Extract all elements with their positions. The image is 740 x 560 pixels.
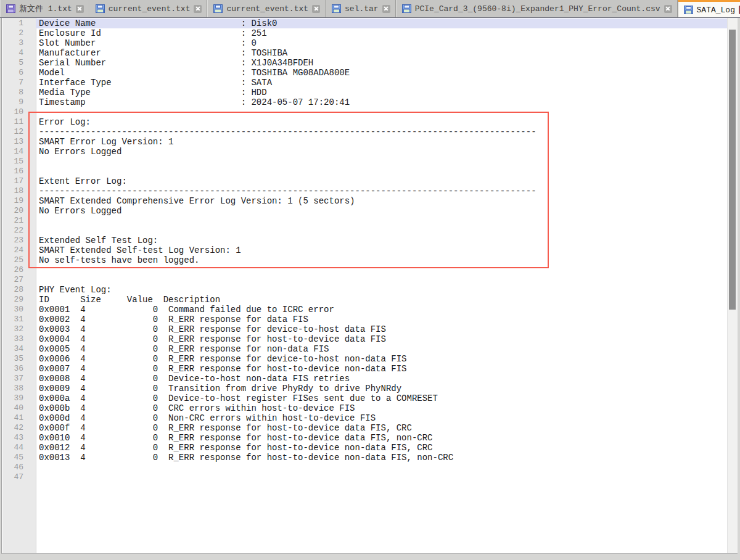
- code-line[interactable]: 11 Error Log:: [2, 117, 728, 127]
- line-text: 0x0002 4 0 R_ERR response for data FIS: [36, 315, 728, 324]
- tab-2[interactable]: current_event.txt: [89, 0, 208, 17]
- code-line[interactable]: 45 0x0013 4 0 R_ERR response for host-to…: [2, 453, 728, 463]
- line-text: Device Name : Disk0: [36, 19, 728, 28]
- close-icon[interactable]: [312, 5, 320, 13]
- code-line[interactable]: 10: [2, 107, 728, 117]
- code-line[interactable]: 5 Serial Number : X1J0A34BFDEH: [2, 58, 728, 68]
- text-area[interactable]: 1 Device Name : Disk0 2 Enclosure Id : 2…: [2, 19, 728, 553]
- code-line[interactable]: 26: [2, 265, 728, 275]
- line-number: 43: [2, 433, 36, 443]
- code-line[interactable]: 33 0x0004 4 0 R_ERR response for host-to…: [2, 334, 728, 344]
- line-number: 29: [2, 295, 36, 305]
- code-line[interactable]: 4 Manufacturer : TOSHIBA: [2, 48, 728, 58]
- line-text: 0x0010 4 0 R_ERR response for host-to-de…: [36, 433, 728, 443]
- close-icon[interactable]: [76, 5, 84, 13]
- line-text: [36, 472, 728, 482]
- line-text: Timestamp : 2024-05-07 17:20:41: [36, 97, 728, 107]
- line-number: 20: [2, 206, 36, 216]
- line-number: 25: [2, 255, 36, 265]
- line-number: 11: [2, 117, 36, 127]
- floppy-save-icon: [402, 4, 411, 13]
- code-line[interactable]: 2 Enclosure Id : 251: [2, 28, 728, 38]
- code-line[interactable]: 16: [2, 167, 728, 176]
- code-line[interactable]: 21: [2, 216, 728, 226]
- line-text: Extended Self Test Log:: [36, 236, 728, 245]
- floppy-save-icon: [6, 4, 15, 13]
- line-number: 27: [2, 275, 36, 285]
- vertical-scrollbar[interactable]: [727, 18, 738, 553]
- code-line[interactable]: 9 Timestamp : 2024-05-07 17:20:41: [2, 97, 728, 107]
- close-icon[interactable]: [664, 5, 672, 13]
- tab-6[interactable]: SATA_Log: [678, 0, 740, 18]
- code-line[interactable]: 30 0x0001 4 0 Command failed due to ICRC…: [2, 305, 728, 315]
- code-line[interactable]: 3 Slot Number : 0: [2, 38, 728, 48]
- code-line[interactable]: 44 0x0012 4 0 R_ERR response for host-to…: [2, 443, 728, 453]
- line-number: 3: [2, 38, 36, 48]
- line-text: [36, 216, 728, 226]
- line-text: Manufacturer : TOSHIBA: [36, 48, 728, 58]
- tab-3[interactable]: current_event.txt: [207, 0, 326, 17]
- code-line[interactable]: 17 Extent Error Log:: [2, 176, 728, 186]
- tab-4[interactable]: sel.tar: [326, 0, 396, 17]
- line-text: ----------------------------------------…: [36, 186, 728, 196]
- code-line[interactable]: 41 0x000d 4 0 Non-CRC errors within host…: [2, 413, 728, 423]
- line-text: SMART Extended Comprehensive Error Log V…: [36, 196, 728, 206]
- line-text: 0x0012 4 0 R_ERR response for host-to-de…: [36, 443, 728, 453]
- code-line[interactable]: 25 No self-tests have been logged.: [2, 255, 728, 265]
- tab-5[interactable]: PCIe_Card_3_(9560-8i)_Expander1_PHY_Erro…: [396, 0, 678, 17]
- line-text: [36, 275, 728, 285]
- code-line[interactable]: 14 No Errors Logged: [2, 147, 728, 157]
- code-line[interactable]: 20 No Errors Logged: [2, 206, 728, 216]
- code-line[interactable]: 7 Interface Type : SATA: [2, 78, 728, 88]
- line-text: [36, 167, 728, 176]
- editor-window: 新文件 1.txt current_event.txt current_even…: [0, 0, 740, 560]
- line-number: 18: [2, 186, 36, 196]
- floppy-save-icon: [684, 6, 693, 14]
- code-line[interactable]: 36 0x0007 4 0 R_ERR response for host-to…: [2, 364, 728, 374]
- code-line[interactable]: 46: [2, 463, 728, 472]
- line-number: 16: [2, 167, 36, 176]
- code-line[interactable]: 1 Device Name : Disk0: [2, 19, 728, 28]
- code-line[interactable]: 47: [2, 472, 728, 482]
- code-line[interactable]: 19 SMART Extended Comprehensive Error Lo…: [2, 196, 728, 206]
- code-line[interactable]: 18 -------------------------------------…: [2, 186, 728, 196]
- code-line[interactable]: 37 0x0008 4 0 Device-to-host non-data FI…: [2, 374, 728, 384]
- code-line[interactable]: 15: [2, 157, 728, 167]
- line-number: 45: [2, 453, 36, 463]
- code-line[interactable]: 32 0x0003 4 0 R_ERR response for device-…: [2, 324, 728, 334]
- line-number: 23: [2, 236, 36, 245]
- line-number: 12: [2, 127, 36, 137]
- code-line[interactable]: 24 SMART Extended Self-test Log Version:…: [2, 245, 728, 255]
- scrollbar-thumb[interactable]: [729, 30, 736, 310]
- code-line[interactable]: 29 ID Size Value Description: [2, 295, 728, 305]
- code-line[interactable]: 12 -------------------------------------…: [2, 127, 728, 137]
- line-number: 38: [2, 384, 36, 393]
- line-text: 0x0006 4 0 R_ERR response for device-to-…: [36, 354, 728, 364]
- code-line[interactable]: 43 0x0010 4 0 R_ERR response for host-to…: [2, 433, 728, 443]
- line-text: SMART Error Log Version: 1: [36, 137, 728, 147]
- code-line[interactable]: 35 0x0006 4 0 R_ERR response for device-…: [2, 354, 728, 364]
- line-number: 40: [2, 403, 36, 413]
- code-line[interactable]: 6 Model : TOSHIBA MG08ADA800E: [2, 68, 728, 78]
- tab-label: current_event.txt: [109, 4, 191, 14]
- line-text: Serial Number : X1J0A34BFDEH: [36, 58, 728, 68]
- code-line[interactable]: 40 0x000b 4 0 CRC errors within host-to-…: [2, 403, 728, 413]
- code-line[interactable]: 13 SMART Error Log Version: 1: [2, 137, 728, 147]
- code-line[interactable]: 23 Extended Self Test Log:: [2, 236, 728, 245]
- code-line[interactable]: 34 0x0005 4 0 R_ERR response for non-dat…: [2, 344, 728, 354]
- code-line[interactable]: 31 0x0002 4 0 R_ERR response for data FI…: [2, 315, 728, 324]
- code-line[interactable]: 27: [2, 275, 728, 285]
- code-line[interactable]: 8 Media Type : HDD: [2, 88, 728, 97]
- tab-1[interactable]: 新文件 1.txt: [0, 0, 89, 17]
- close-icon[interactable]: [382, 5, 390, 13]
- close-icon[interactable]: [194, 5, 202, 13]
- code-line[interactable]: 22: [2, 226, 728, 236]
- code-line[interactable]: 39 0x000a 4 0 Device-to-host register FI…: [2, 393, 728, 403]
- code-line[interactable]: 42 0x000f 4 0 R_ERR response for host-to…: [2, 423, 728, 433]
- line-text: 0x0004 4 0 R_ERR response for host-to-de…: [36, 334, 728, 344]
- line-text: [36, 226, 728, 236]
- line-number: 13: [2, 137, 36, 147]
- code-line[interactable]: 28 PHY Event Log:: [2, 285, 728, 295]
- code-line[interactable]: 38 0x0009 4 0 Transition from drive PhyR…: [2, 384, 728, 393]
- line-number: 32: [2, 324, 36, 334]
